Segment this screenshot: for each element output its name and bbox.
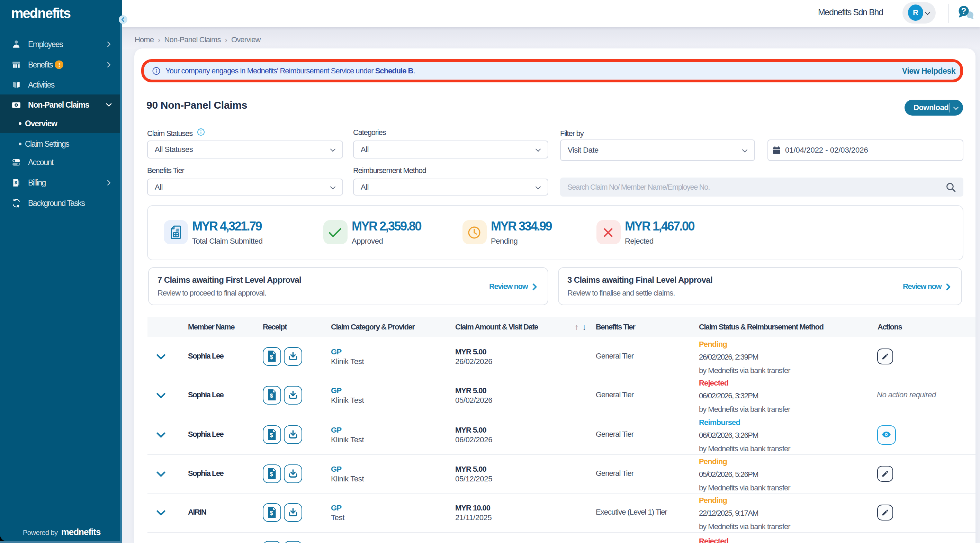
svg-text:$: $ xyxy=(270,472,273,477)
svg-text:$: $ xyxy=(270,354,273,360)
svg-text:$: $ xyxy=(270,510,273,516)
svg-text:?: ? xyxy=(961,6,967,16)
svg-text:$: $ xyxy=(270,432,273,438)
svg-text:$: $ xyxy=(270,393,273,399)
